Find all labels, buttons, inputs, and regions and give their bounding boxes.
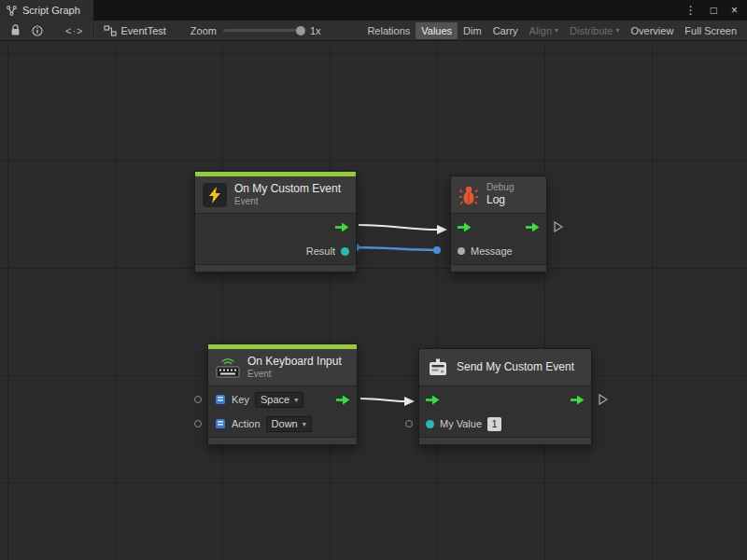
- action-dropdown[interactable]: Down ▾: [266, 416, 312, 432]
- carry-button[interactable]: Carry: [487, 22, 524, 39]
- node-subtitle: Event: [234, 196, 341, 208]
- graph-asset-name: EventTest: [121, 25, 166, 36]
- zoom-slider[interactable]: [223, 29, 303, 32]
- value-wire-end-dot: [433, 246, 441, 254]
- action-external-port[interactable]: [194, 420, 202, 427]
- node-footer: [195, 264, 356, 272]
- node-title: On Keyboard Input: [247, 355, 342, 369]
- value-wire: [356, 247, 437, 250]
- graph-asset-icon: [104, 25, 117, 36]
- graph-tab-icon: [7, 6, 17, 16]
- node-title: Log: [486, 193, 514, 207]
- node-footer: [419, 437, 591, 444]
- result-label: Result: [306, 245, 335, 257]
- node-category: Debug: [486, 182, 514, 194]
- close-icon[interactable]: ×: [731, 5, 738, 16]
- flow-output-port[interactable]: [335, 222, 349, 232]
- toolbar-separator: [93, 24, 94, 37]
- node-body: Key Space ▾ Action Dow: [208, 386, 357, 437]
- continue-indicator-icon: [554, 221, 563, 232]
- zoom-slider-handle[interactable]: [296, 26, 305, 35]
- zoom-label: Zoom: [190, 25, 217, 36]
- enum-type-icon: [215, 394, 226, 405]
- relations-button[interactable]: Relations: [361, 22, 416, 39]
- node-body: My Value 1: [419, 386, 591, 437]
- maximize-icon[interactable]: □: [711, 5, 717, 16]
- chevron-down-icon: ▾: [616, 27, 620, 35]
- my-value-input-row: My Value 1: [419, 412, 591, 436]
- node-send-my-custom-event[interactable]: Send My Custom Event: [418, 348, 592, 445]
- action-input-row: Action Down ▾: [208, 412, 357, 436]
- tab-script-graph[interactable]: Script Graph: [0, 0, 93, 21]
- node-on-my-custom-event[interactable]: On My Custom Event Event Result: [194, 171, 357, 273]
- fullscreen-button[interactable]: Full Screen: [679, 22, 742, 39]
- script-graph-window: Script Graph ⋮ □ × <·> EventTest Zoom: [0, 0, 747, 560]
- node-debug-log[interactable]: Debug Log Mess: [450, 175, 547, 273]
- my-value-input-port[interactable]: [426, 420, 434, 428]
- code-view-icon[interactable]: <·>: [65, 25, 84, 36]
- message-input-port[interactable]: [458, 247, 465, 255]
- dim-button[interactable]: Dim: [458, 22, 487, 39]
- key-label: Key: [232, 394, 249, 405]
- key-input-row: Key Space ▾: [208, 387, 357, 412]
- flow-row: [419, 387, 591, 412]
- flow-row: [451, 215, 546, 239]
- node-header[interactable]: Send My Custom Event: [419, 349, 591, 386]
- message-input-row: Message: [451, 239, 546, 263]
- info-icon[interactable]: [26, 21, 49, 40]
- flow-wire-top-arrowhead: [437, 225, 447, 234]
- node-footer: [451, 264, 546, 272]
- node-title: Send My Custom Event: [457, 360, 574, 374]
- action-label: Action: [232, 418, 261, 429]
- flow-input-port[interactable]: [458, 222, 472, 232]
- event-machine-icon: [427, 357, 449, 379]
- tab-label: Script Graph: [22, 5, 80, 16]
- node-footer: [208, 437, 357, 444]
- my-value-field[interactable]: 1: [487, 417, 501, 431]
- zoom-value: 1x: [310, 25, 321, 36]
- flow-output-port[interactable]: [336, 395, 350, 405]
- window-controls: ⋮ □ ×: [676, 0, 747, 21]
- key-external-port[interactable]: [194, 396, 202, 403]
- node-header[interactable]: On My Custom Event Event: [195, 176, 356, 214]
- flow-output-port[interactable]: [571, 395, 585, 405]
- distribute-button: Distribute▾: [564, 22, 625, 39]
- node-body: Result: [195, 214, 356, 264]
- node-body: Message: [451, 214, 546, 264]
- zoom-control: Zoom 1x: [190, 25, 321, 36]
- keyboard-icon: [216, 357, 240, 379]
- node-header[interactable]: Debug Log: [451, 176, 546, 214]
- message-label: Message: [471, 245, 513, 257]
- graph-asset-breadcrumb[interactable]: EventTest: [104, 25, 166, 36]
- chevron-down-icon: ▾: [294, 396, 298, 404]
- result-output-row: Result: [195, 239, 356, 263]
- flow-wire-bottom-arrowhead: [404, 397, 415, 406]
- lock-icon[interactable]: [5, 21, 26, 40]
- node-on-keyboard-input[interactable]: On Keyboard Input Event Key Space ▾: [207, 343, 358, 445]
- bug-icon: [458, 184, 479, 206]
- titlebar-spacer: [93, 0, 676, 21]
- values-button[interactable]: Values: [416, 22, 458, 39]
- titlebar: Script Graph ⋮ □ ×: [0, 0, 747, 21]
- window-menu-icon[interactable]: ⋮: [685, 5, 697, 16]
- graph-toolbar: <·> EventTest Zoom 1x Relations Values D…: [0, 21, 747, 41]
- continue-indicator-icon: [599, 394, 608, 405]
- node-subtitle: Event: [247, 369, 342, 381]
- lightning-icon: [203, 183, 227, 207]
- chevron-down-icon: ▾: [303, 420, 306, 428]
- result-output-port[interactable]: [341, 247, 349, 256]
- overview-button[interactable]: Overview: [626, 22, 680, 39]
- my-value-external-port[interactable]: [405, 420, 413, 427]
- node-title: On My Custom Event: [234, 182, 341, 196]
- chevron-down-icon: ▾: [555, 27, 558, 35]
- flow-input-port[interactable]: [426, 395, 440, 405]
- enum-type-icon: [215, 418, 226, 429]
- flow-output-port[interactable]: [526, 222, 540, 232]
- my-value-label: My Value: [440, 418, 482, 429]
- flow-output-row: [195, 215, 356, 239]
- node-header[interactable]: On Keyboard Input Event: [208, 349, 357, 386]
- connection-wires: [0, 42, 747, 560]
- key-dropdown[interactable]: Space ▾: [255, 392, 303, 408]
- graph-canvas[interactable]: On My Custom Event Event Result: [0, 42, 747, 560]
- align-button: Align▾: [524, 22, 564, 39]
